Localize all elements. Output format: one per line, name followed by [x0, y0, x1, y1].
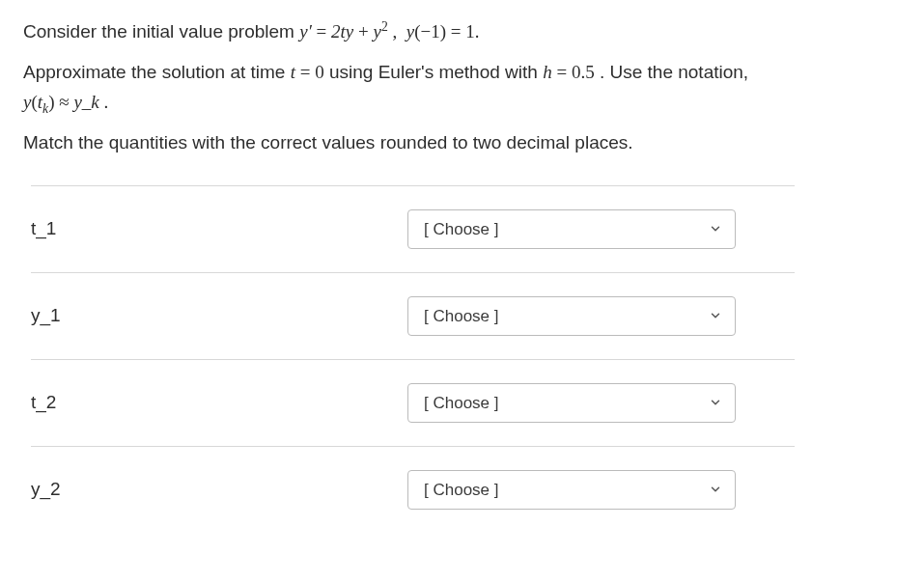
match-label-t2: t_2 [31, 392, 407, 413]
select-wrapper-y2: [ Choose ] [407, 470, 736, 510]
match-row-y2: y_2 [ Choose ] [31, 446, 795, 533]
problem-line-4: Match the quantities with the correct va… [23, 128, 901, 157]
match-row-y1: y_1 [ Choose ] [31, 272, 795, 359]
select-wrapper-t1: [ Choose ] [407, 209, 736, 249]
select-wrapper-y1: [ Choose ] [407, 296, 736, 336]
select-wrapper-t2: [ Choose ] [407, 383, 736, 423]
select-t1[interactable]: [ Choose ] [407, 209, 736, 249]
problem-text-2b: using Euler's method with [329, 62, 543, 82]
problem-text-2a: Approximate the solution at time [23, 62, 291, 82]
problem-line-2: Approximate the solution at time t = 0 u… [23, 58, 901, 117]
match-label-y1: y_1 [31, 305, 407, 326]
select-y2[interactable]: [ Choose ] [407, 470, 736, 510]
equation-notation: y(tk) ≈ y_k . [23, 92, 108, 112]
equation-t: t = 0 [291, 62, 324, 82]
problem-text-1: Consider the initial value problem [23, 21, 299, 42]
select-y1[interactable]: [ Choose ] [407, 296, 736, 336]
match-label-y2: y_2 [31, 479, 407, 500]
match-row-t2: t_2 [ Choose ] [31, 359, 795, 446]
problem-line-1: Consider the initial value problem y′ = … [23, 17, 901, 46]
equation-h: h = 0.5 [543, 62, 594, 82]
equation-ivp: y′ = 2ty + y2 , y(−1) = 1. [299, 21, 479, 42]
matching-container: t_1 [ Choose ] y_1 [ Choose ] t_2 [ Choo… [23, 185, 901, 533]
problem-statement: Consider the initial value problem y′ = … [23, 17, 901, 158]
match-label-t1: t_1 [31, 218, 407, 239]
match-row-t1: t_1 [ Choose ] [31, 185, 795, 272]
problem-text-2c: . Use the notation, [600, 62, 748, 82]
select-t2[interactable]: [ Choose ] [407, 383, 736, 423]
